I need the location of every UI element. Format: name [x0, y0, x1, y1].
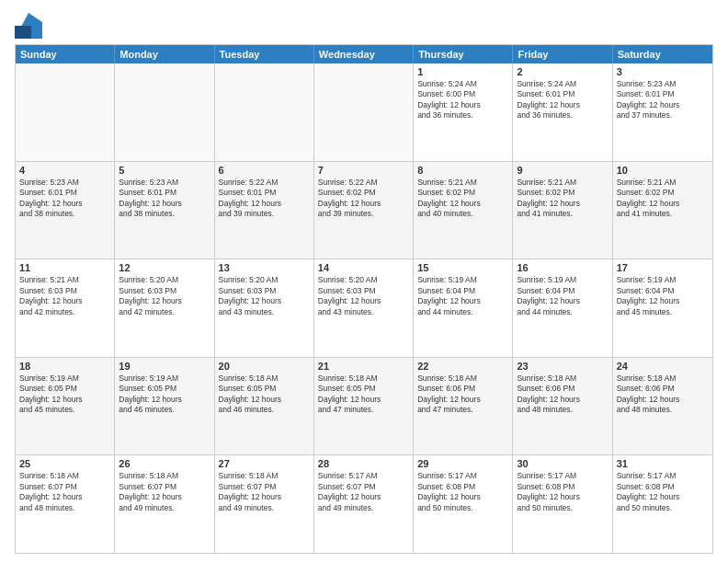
cell-info-line: and 41 minutes.	[517, 209, 608, 219]
calendar: SundayMondayTuesdayWednesdayThursdayFrid…	[15, 44, 713, 554]
cell-info-line: and 36 minutes.	[517, 110, 608, 121]
cell-info-line: and 44 minutes.	[517, 307, 608, 317]
cell-info-line: Sunrise: 5:23 AM	[19, 178, 110, 188]
cell-info-line: and 47 minutes.	[318, 405, 409, 415]
cell-info-line: Sunset: 6:02 PM	[318, 188, 409, 198]
cell-info-line: Sunset: 6:03 PM	[318, 286, 409, 296]
cell-info-line: Sunrise: 5:21 AM	[517, 178, 608, 188]
calendar-cell: 25Sunrise: 5:18 AMSunset: 6:07 PMDayligh…	[16, 455, 115, 553]
cal-header-cell: Friday	[513, 45, 612, 63]
cell-info-line: Daylight: 12 hours	[219, 199, 310, 209]
calendar-cell: 22Sunrise: 5:18 AMSunset: 6:06 PMDayligh…	[414, 358, 513, 455]
cell-info-line: Daylight: 12 hours	[318, 395, 409, 405]
cell-info-line: Sunrise: 5:22 AM	[318, 178, 409, 188]
calendar-week-row: 1Sunrise: 5:24 AMSunset: 6:00 PMDaylight…	[16, 63, 712, 161]
cell-info-line: Daylight: 12 hours	[617, 395, 709, 405]
cell-info-line: and 45 minutes.	[19, 405, 110, 415]
cell-info-line: Sunrise: 5:17 AM	[517, 471, 608, 481]
cell-info-line: Sunset: 6:06 PM	[617, 384, 709, 394]
cell-info-line: and 41 minutes.	[617, 209, 709, 219]
cell-info-line: Sunset: 6:08 PM	[617, 482, 709, 492]
cell-info-line: Sunset: 6:07 PM	[119, 482, 210, 492]
day-number: 21	[318, 361, 409, 372]
cell-info-line: and 36 minutes.	[417, 110, 508, 121]
cell-info-line: and 46 minutes.	[219, 405, 310, 415]
cell-info-line: Sunrise: 5:18 AM	[219, 471, 310, 481]
calendar-cell: 24Sunrise: 5:18 AMSunset: 6:06 PMDayligh…	[613, 358, 712, 455]
day-number: 3	[617, 66, 709, 77]
day-number: 13	[219, 262, 310, 273]
cell-info-line: Daylight: 12 hours	[617, 296, 709, 306]
cell-info-line: Sunrise: 5:17 AM	[617, 471, 709, 481]
cell-info-line: and 39 minutes.	[318, 209, 409, 219]
calendar-cell: 14Sunrise: 5:20 AMSunset: 6:03 PMDayligh…	[314, 259, 414, 357]
cell-info-line: Sunrise: 5:21 AM	[617, 178, 709, 188]
cell-info-line: Daylight: 12 hours	[417, 199, 508, 209]
cell-info-line: Daylight: 12 hours	[119, 395, 210, 405]
cell-info-line: Daylight: 12 hours	[417, 395, 508, 405]
cell-info-line: Sunrise: 5:19 AM	[517, 275, 608, 285]
cell-info-line: and 39 minutes.	[219, 209, 310, 219]
cell-info-line: Daylight: 12 hours	[19, 296, 110, 306]
cell-info-line: and 44 minutes.	[417, 307, 508, 317]
calendar-cell: 26Sunrise: 5:18 AMSunset: 6:07 PMDayligh…	[115, 455, 214, 553]
calendar-week-row: 18Sunrise: 5:19 AMSunset: 6:05 PMDayligh…	[16, 357, 712, 455]
cell-info-line: Sunset: 6:04 PM	[617, 286, 709, 296]
cal-header-cell: Thursday	[414, 45, 513, 63]
cell-info-line: Sunset: 6:03 PM	[219, 286, 310, 296]
day-number: 18	[19, 361, 110, 372]
cell-info-line: Daylight: 12 hours	[119, 492, 210, 502]
cell-info-line: Daylight: 12 hours	[517, 199, 608, 209]
cell-info-line: Sunrise: 5:18 AM	[517, 373, 608, 384]
cell-info-line: Daylight: 12 hours	[617, 100, 709, 110]
day-number: 7	[318, 165, 409, 176]
cell-info-line: Sunset: 6:08 PM	[417, 482, 508, 492]
calendar-cell: 3Sunrise: 5:23 AMSunset: 6:01 PMDaylight…	[613, 63, 712, 161]
cell-info-line: Sunrise: 5:18 AM	[119, 471, 210, 481]
cell-info-line: Sunrise: 5:18 AM	[219, 373, 310, 384]
cell-info-line: Sunrise: 5:24 AM	[417, 79, 508, 89]
cell-info-line: Daylight: 12 hours	[219, 296, 310, 306]
day-number: 24	[617, 361, 709, 372]
calendar-cell	[115, 63, 214, 161]
cell-info-line: Daylight: 12 hours	[318, 492, 409, 502]
cell-info-line: and 50 minutes.	[617, 503, 709, 513]
cell-info-line: Sunset: 6:07 PM	[219, 482, 310, 492]
cal-header-cell: Sunday	[16, 45, 115, 63]
calendar-cell: 4Sunrise: 5:23 AMSunset: 6:01 PMDaylight…	[16, 162, 115, 259]
cell-info-line: Sunset: 6:07 PM	[318, 482, 409, 492]
cell-info-line: Sunset: 6:05 PM	[19, 384, 110, 394]
cell-info-line: and 43 minutes.	[219, 307, 310, 317]
page: SundayMondayTuesdayWednesdayThursdayFrid…	[0, 0, 728, 563]
cell-info-line: Sunrise: 5:20 AM	[318, 275, 409, 285]
calendar-cell: 23Sunrise: 5:18 AMSunset: 6:06 PMDayligh…	[513, 358, 612, 455]
cell-info-line: Sunset: 6:05 PM	[318, 384, 409, 394]
day-number: 29	[417, 458, 508, 469]
cell-info-line: and 50 minutes.	[517, 503, 608, 513]
cell-info-line: and 42 minutes.	[19, 307, 110, 317]
cell-info-line: Sunset: 6:03 PM	[19, 286, 110, 296]
day-number: 11	[19, 262, 110, 273]
cal-header-cell: Saturday	[613, 45, 712, 63]
cell-info-line: Daylight: 12 hours	[19, 492, 110, 502]
cell-info-line: Sunrise: 5:18 AM	[617, 373, 709, 384]
day-number: 15	[417, 262, 508, 273]
calendar-cell: 28Sunrise: 5:17 AMSunset: 6:07 PMDayligh…	[314, 455, 414, 553]
cell-info-line: and 47 minutes.	[417, 405, 508, 415]
calendar-week-row: 25Sunrise: 5:18 AMSunset: 6:07 PMDayligh…	[16, 454, 712, 553]
day-number: 17	[617, 262, 709, 273]
cell-info-line: Sunrise: 5:19 AM	[119, 373, 210, 384]
cell-info-line: and 37 minutes.	[617, 110, 709, 121]
day-number: 5	[119, 165, 210, 176]
cell-info-line: Sunset: 6:01 PM	[119, 188, 210, 198]
calendar-cell: 11Sunrise: 5:21 AMSunset: 6:03 PMDayligh…	[16, 259, 115, 357]
cell-info-line: and 38 minutes.	[19, 209, 110, 219]
cell-info-line: Daylight: 12 hours	[318, 296, 409, 306]
calendar-cell: 5Sunrise: 5:23 AMSunset: 6:01 PMDaylight…	[115, 162, 214, 259]
cell-info-line: Sunset: 6:01 PM	[517, 89, 608, 99]
day-number: 16	[517, 262, 608, 273]
day-number: 20	[219, 361, 310, 372]
calendar-week-row: 4Sunrise: 5:23 AMSunset: 6:01 PMDaylight…	[16, 161, 712, 259]
cell-info-line: Sunrise: 5:24 AM	[517, 79, 608, 89]
cell-info-line: and 45 minutes.	[617, 307, 709, 317]
